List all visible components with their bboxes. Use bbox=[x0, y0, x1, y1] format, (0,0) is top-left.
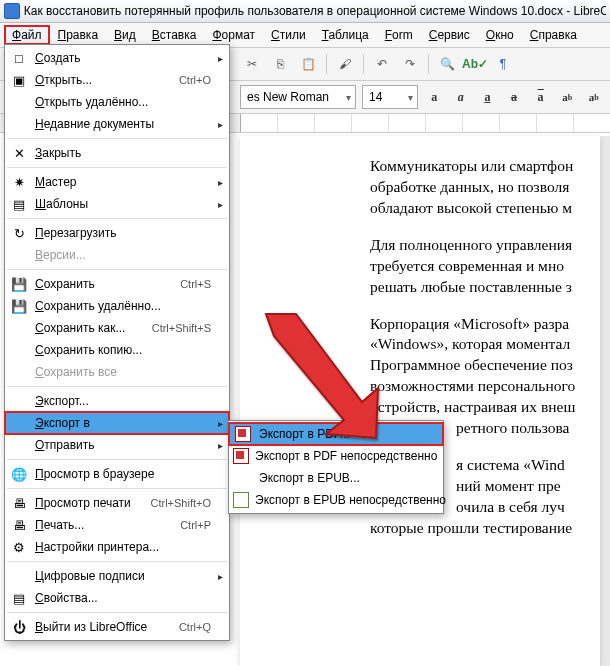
menu-item-создать[interactable]: □Создать▸ bbox=[5, 47, 229, 69]
overline-button[interactable]: a bbox=[530, 87, 551, 107]
submenu-item-label: Экспорт в PDF непосредственно bbox=[255, 449, 437, 463]
menu-item-label: Мастер bbox=[35, 175, 211, 189]
menu-item-icon: ⚙ bbox=[9, 538, 29, 556]
menu-item-открыть[interactable]: ▣Открыть...Ctrl+O bbox=[5, 69, 229, 91]
document-page[interactable]: Коммуникаторы или смартфон обработке дан… bbox=[240, 136, 600, 666]
menu-item-icon bbox=[9, 319, 29, 337]
menu-item-версии: Версии... bbox=[5, 244, 229, 266]
menu-table[interactable]: Таблица bbox=[314, 25, 377, 45]
menu-item-icon: ✷ bbox=[9, 173, 29, 191]
menu-styles[interactable]: Стили bbox=[263, 25, 314, 45]
submenu-item-экспорт-в-epub-непосредственно[interactable]: Экспорт в EPUB непосредственно bbox=[229, 489, 443, 511]
menu-item-свойства[interactable]: ▤Свойства... bbox=[5, 587, 229, 609]
menu-item-экспорт[interactable]: Экспорт... bbox=[5, 390, 229, 412]
menu-item-icon bbox=[9, 414, 29, 432]
submenu-arrow-icon: ▸ bbox=[218, 177, 223, 188]
menu-edit[interactable]: Правка bbox=[50, 25, 107, 45]
menu-item-shortcut: Ctrl+Shift+O bbox=[150, 497, 211, 509]
pdf-icon bbox=[233, 447, 249, 465]
menu-item-отправить[interactable]: Отправить▸ bbox=[5, 434, 229, 456]
menu-item-label: Открыть... bbox=[35, 73, 169, 87]
submenu-arrow-icon: ▸ bbox=[218, 571, 223, 582]
doc-text: Коммуникаторы или смартфон обработке дан… bbox=[370, 156, 600, 219]
menu-item-label: Сохранить копию... bbox=[35, 343, 211, 357]
menu-item-icon bbox=[9, 567, 29, 585]
menu-item-экспорт-в[interactable]: Экспорт в▸ bbox=[5, 412, 229, 434]
menu-item-icon: ↻ bbox=[9, 224, 29, 242]
underline-button[interactable]: a bbox=[477, 87, 498, 107]
menu-item-печать[interactable]: 🖶Печать...Ctrl+P bbox=[5, 514, 229, 536]
formatting-marks-icon[interactable]: ¶ bbox=[491, 52, 515, 76]
menu-item-label: Свойства... bbox=[35, 591, 211, 605]
menu-item-закрыть[interactable]: ✕Закрыть bbox=[5, 142, 229, 164]
font-size-select[interactable]: 14 bbox=[362, 85, 418, 109]
menu-item-перезагрузить[interactable]: ↻Перезагрузить bbox=[5, 222, 229, 244]
menu-item-сохранить-как[interactable]: Сохранить как...Ctrl+Shift+S bbox=[5, 317, 229, 339]
menu-item-настройки-принтера[interactable]: ⚙Настройки принтера... bbox=[5, 536, 229, 558]
menu-item-icon: 🖶 bbox=[9, 516, 29, 534]
menu-item-label: Экспорт... bbox=[35, 394, 211, 408]
spellcheck-icon[interactable]: Ab✓ bbox=[463, 52, 487, 76]
menu-item-label: Настройки принтера... bbox=[35, 540, 211, 554]
menu-separator bbox=[7, 138, 227, 139]
menu-item-сохранить-копию[interactable]: Сохранить копию... bbox=[5, 339, 229, 361]
menu-form[interactable]: Form bbox=[377, 25, 421, 45]
menu-item-label: Открыть удалённо... bbox=[35, 95, 211, 109]
italic-button[interactable]: a bbox=[451, 87, 472, 107]
epub-icon bbox=[233, 491, 249, 509]
bold-button[interactable]: a bbox=[424, 87, 445, 107]
subscript-button[interactable]: ab bbox=[583, 87, 604, 107]
menu-tools[interactable]: Сервис bbox=[421, 25, 478, 45]
paste-icon[interactable]: 📋 bbox=[296, 52, 320, 76]
clone-format-icon[interactable]: 🖌 bbox=[333, 52, 357, 76]
menu-insert[interactable]: Вставка bbox=[144, 25, 205, 45]
find-icon[interactable]: 🔍 bbox=[435, 52, 459, 76]
redo-icon[interactable]: ↷ bbox=[398, 52, 422, 76]
document-area: Коммуникаторы или смартфон обработке дан… bbox=[240, 136, 610, 666]
export-submenu: Экспорт в PDF...Экспорт в PDF непосредст… bbox=[228, 420, 444, 514]
menu-item-недавние-документы[interactable]: Недавние документы▸ bbox=[5, 113, 229, 135]
submenu-arrow-icon: ▸ bbox=[218, 418, 223, 429]
submenu-item-label: Экспорт в PDF... bbox=[259, 427, 425, 441]
menu-item-icon: ▤ bbox=[9, 589, 29, 607]
menu-item-сохранить[interactable]: 💾СохранитьCtrl+S bbox=[5, 273, 229, 295]
menu-item-цифровые-подписи[interactable]: Цифровые подписи▸ bbox=[5, 565, 229, 587]
menu-item-label: Просмотр печати bbox=[35, 496, 140, 510]
cut-icon[interactable]: ✂ bbox=[240, 52, 264, 76]
menu-separator bbox=[7, 488, 227, 489]
menu-item-label: Недавние документы bbox=[35, 117, 211, 131]
submenu-item-экспорт-в-pdf-непосредственно[interactable]: Экспорт в PDF непосредственно bbox=[229, 445, 443, 467]
menu-item-label: Шаблоны bbox=[35, 197, 211, 211]
menu-item-мастер[interactable]: ✷Мастер▸ bbox=[5, 171, 229, 193]
font-size-value: 14 bbox=[369, 90, 382, 104]
menu-file[interactable]: Файл bbox=[4, 25, 50, 45]
menu-format[interactable]: Формат bbox=[204, 25, 263, 45]
menu-item-просмотр-печати[interactable]: 🖶Просмотр печатиCtrl+Shift+O bbox=[5, 492, 229, 514]
menu-item-icon: 🖶 bbox=[9, 494, 29, 512]
menu-item-label: Закрыть bbox=[35, 146, 211, 160]
separator bbox=[428, 54, 429, 74]
superscript-button[interactable]: ab bbox=[557, 87, 578, 107]
submenu-item-экспорт-в-pdf[interactable]: Экспорт в PDF... bbox=[229, 423, 443, 445]
menu-item-shortcut: Ctrl+P bbox=[180, 519, 211, 531]
menu-window[interactable]: Окно bbox=[478, 25, 522, 45]
menu-item-просмотр-в-браузере[interactable]: 🌐Просмотр в браузере bbox=[5, 463, 229, 485]
menu-item-открыть-удалённо[interactable]: Открыть удалённо... bbox=[5, 91, 229, 113]
menu-item-label: Печать... bbox=[35, 518, 170, 532]
menu-help[interactable]: Справка bbox=[522, 25, 585, 45]
font-name-select[interactable]: es New Roman bbox=[240, 85, 356, 109]
menu-item-сохранить-удалённо[interactable]: 💾Сохранить удалённо... bbox=[5, 295, 229, 317]
submenu-item-экспорт-в-epub[interactable]: Экспорт в EPUB... bbox=[229, 467, 443, 489]
menu-item-shortcut: Ctrl+Q bbox=[179, 621, 211, 633]
menu-separator bbox=[7, 269, 227, 270]
menu-item-icon bbox=[9, 363, 29, 381]
undo-icon[interactable]: ↶ bbox=[370, 52, 394, 76]
menu-item-label: Версии... bbox=[35, 248, 211, 262]
menu-view[interactable]: Вид bbox=[106, 25, 144, 45]
menu-item-выйти-из-libreoffice[interactable]: ⏻Выйти из LibreOfficeCtrl+Q bbox=[5, 616, 229, 638]
copy-icon[interactable]: ⎘ bbox=[268, 52, 292, 76]
menu-item-label: Цифровые подписи bbox=[35, 569, 211, 583]
menu-item-shortcut: Ctrl+O bbox=[179, 74, 211, 86]
menu-item-шаблоны[interactable]: ▤Шаблоны▸ bbox=[5, 193, 229, 215]
strike-button[interactable]: a bbox=[504, 87, 525, 107]
